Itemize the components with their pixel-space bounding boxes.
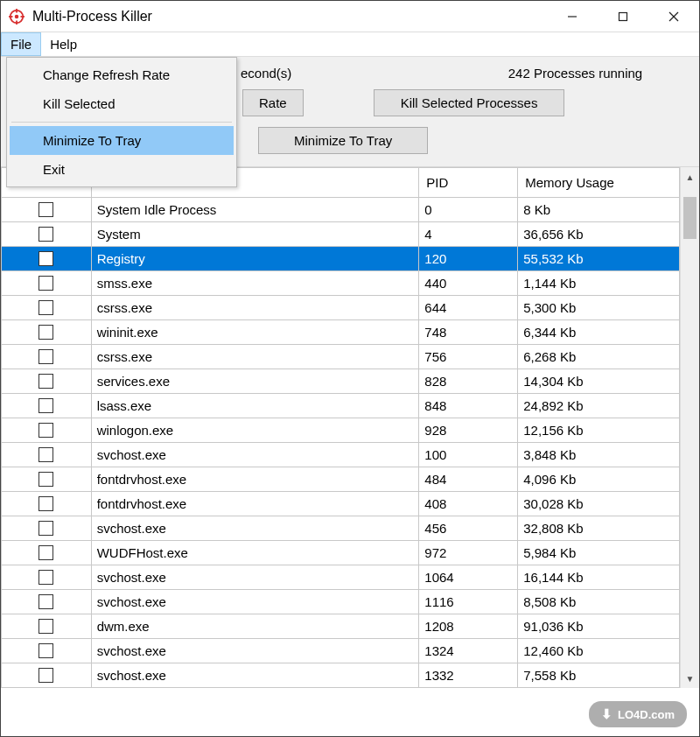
pid-cell: 440	[419, 271, 518, 296]
kill-checkbox[interactable]	[38, 227, 53, 242]
process-table-wrap: Kill Process Name PID Memory Usage Syste…	[1, 167, 699, 688]
table-row[interactable]: csrss.exe6445,300 Kb	[2, 296, 680, 320]
table-row[interactable]: lsass.exe84824,892 Kb	[2, 394, 680, 418]
pid-cell: 100	[419, 443, 518, 467]
rate-button[interactable]: Rate	[242, 89, 304, 116]
table-row[interactable]: svchost.exe11168,508 Kb	[2, 590, 680, 614]
pid-cell: 456	[419, 516, 518, 541]
download-icon: ⬇	[601, 706, 612, 722]
table-row[interactable]: WUDFHost.exe9725,984 Kb	[2, 541, 680, 565]
memory-cell: 36,656 Kb	[518, 222, 680, 247]
menu-kill-selected[interactable]: Kill Selected	[10, 89, 234, 118]
svg-point-1	[15, 14, 19, 18]
kill-checkbox[interactable]	[38, 349, 53, 364]
process-name-cell: fontdrvhost.exe	[91, 492, 419, 516]
kill-checkbox[interactable]	[38, 251, 53, 266]
process-name-cell: csrss.exe	[91, 296, 419, 320]
column-memory[interactable]: Memory Usage	[518, 168, 680, 198]
process-name-cell: svchost.exe	[91, 663, 419, 688]
menubar: File Help	[1, 32, 699, 57]
table-row[interactable]: System Idle Process08 Kb	[2, 198, 680, 222]
table-row[interactable]: wininit.exe7486,344 Kb	[2, 320, 680, 345]
memory-cell: 1,144 Kb	[518, 271, 680, 296]
minimize-button[interactable]	[547, 1, 598, 32]
column-pid[interactable]: PID	[419, 168, 518, 198]
menu-exit[interactable]: Exit	[10, 155, 234, 184]
menu-change-refresh-rate[interactable]: Change Refresh Rate	[10, 60, 234, 89]
table-row[interactable]: services.exe82814,304 Kb	[2, 369, 680, 394]
memory-cell: 32,808 Kb	[518, 516, 680, 541]
memory-cell: 6,268 Kb	[518, 345, 680, 369]
memory-cell: 24,892 Kb	[518, 394, 680, 418]
kill-checkbox[interactable]	[38, 619, 53, 634]
process-name-cell: fontdrvhost.exe	[91, 467, 419, 492]
table-row[interactable]: svchost.exe13327,558 Kb	[2, 663, 680, 688]
process-name-cell: svchost.exe	[91, 565, 419, 590]
table-row[interactable]: fontdrvhost.exe40830,028 Kb	[2, 492, 680, 516]
table-row[interactable]: svchost.exe106416,144 Kb	[2, 565, 680, 590]
table-row[interactable]: dwm.exe120891,036 Kb	[2, 614, 680, 639]
table-row[interactable]: winlogon.exe92812,156 Kb	[2, 418, 680, 443]
kill-checkbox[interactable]	[38, 545, 53, 560]
pid-cell: 484	[419, 467, 518, 492]
kill-checkbox[interactable]	[38, 447, 53, 462]
menu-separator	[11, 122, 232, 123]
memory-cell: 5,984 Kb	[518, 541, 680, 565]
kill-checkbox[interactable]	[38, 325, 53, 340]
memory-cell: 4,096 Kb	[518, 467, 680, 492]
close-button[interactable]	[648, 1, 699, 32]
kill-checkbox[interactable]	[38, 374, 53, 389]
kill-checkbox[interactable]	[38, 594, 53, 609]
kill-checkbox[interactable]	[38, 300, 53, 315]
memory-cell: 16,144 Kb	[518, 565, 680, 590]
kill-checkbox[interactable]	[38, 643, 53, 658]
memory-cell: 55,532 Kb	[518, 247, 680, 271]
scroll-down-icon[interactable]: ▼	[681, 669, 699, 688]
process-name-cell: svchost.exe	[91, 516, 419, 541]
table-row[interactable]: Registry12055,532 Kb	[2, 247, 680, 271]
kill-checkbox[interactable]	[38, 202, 53, 217]
table-row[interactable]: svchost.exe45632,808 Kb	[2, 516, 680, 541]
vertical-scrollbar[interactable]: ▲ ▼	[680, 167, 699, 688]
process-name-cell: lsass.exe	[91, 394, 419, 418]
table-row[interactable]: csrss.exe7566,268 Kb	[2, 345, 680, 369]
minimize-to-tray-button[interactable]: Minimize To Tray	[258, 127, 428, 154]
table-row[interactable]: System436,656 Kb	[2, 222, 680, 247]
pid-cell: 928	[419, 418, 518, 443]
pid-cell: 1116	[419, 590, 518, 614]
menu-help[interactable]: Help	[41, 32, 86, 56]
pid-cell: 644	[419, 296, 518, 320]
table-row[interactable]: svchost.exe1003,848 Kb	[2, 443, 680, 467]
process-name-cell: WUDFHost.exe	[91, 541, 419, 565]
scroll-up-icon[interactable]: ▲	[681, 167, 699, 186]
process-name-cell: Registry	[91, 247, 419, 271]
kill-checkbox[interactable]	[38, 276, 53, 291]
memory-cell: 8 Kb	[518, 198, 680, 222]
memory-cell: 91,036 Kb	[518, 614, 680, 639]
kill-checkbox[interactable]	[38, 668, 53, 683]
file-menu-dropdown: Change Refresh Rate Kill Selected Minimi…	[6, 57, 237, 187]
kill-checkbox[interactable]	[38, 423, 53, 438]
menu-file[interactable]: File	[1, 32, 41, 56]
kill-checkbox[interactable]	[38, 398, 53, 413]
table-row[interactable]: fontdrvhost.exe4844,096 Kb	[2, 467, 680, 492]
process-name-cell: svchost.exe	[91, 590, 419, 614]
pid-cell: 1332	[419, 663, 518, 688]
menu-minimize-to-tray[interactable]: Minimize To Tray	[10, 126, 234, 155]
table-row[interactable]: smss.exe4401,144 Kb	[2, 271, 680, 296]
pid-cell: 848	[419, 394, 518, 418]
scroll-thumb[interactable]	[683, 197, 696, 239]
kill-checkbox[interactable]	[38, 570, 53, 585]
process-name-cell: wininit.exe	[91, 320, 419, 345]
window-title: Multi-Process Killer	[32, 9, 152, 25]
kill-checkbox[interactable]	[38, 521, 53, 536]
kill-checkbox[interactable]	[38, 472, 53, 487]
kill-selected-button[interactable]: Kill Selected Processes	[374, 89, 565, 116]
process-name-cell: System	[91, 222, 419, 247]
table-row[interactable]: svchost.exe132412,460 Kb	[2, 639, 680, 663]
maximize-button[interactable]	[598, 1, 648, 32]
pid-cell: 4	[419, 222, 518, 247]
memory-cell: 5,300 Kb	[518, 296, 680, 320]
memory-cell: 3,848 Kb	[518, 443, 680, 467]
kill-checkbox[interactable]	[38, 496, 53, 511]
